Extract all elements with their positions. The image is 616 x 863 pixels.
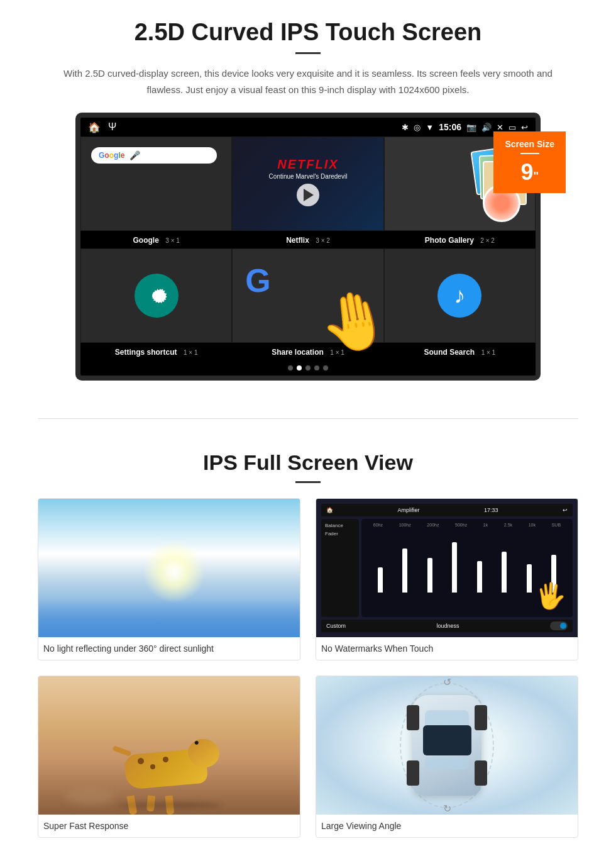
play-arrow-icon	[304, 189, 314, 201]
sun-glow	[143, 540, 206, 603]
bluetooth-icon: ✱	[402, 123, 409, 132]
app-grid-row1: Google 🎤 NETFLIX Continue Marvel's Dared…	[80, 136, 536, 231]
share-location-cell[interactable]: G 🤚	[232, 248, 383, 343]
settings-app-cell[interactable]	[80, 248, 232, 343]
sunlight-image	[38, 499, 300, 637]
eq-title: Amplifier	[397, 507, 419, 513]
eq-back: ↩	[563, 507, 568, 513]
status-left-icons: 🏠 Ψ	[88, 121, 116, 133]
status-time: 15:06	[439, 122, 461, 132]
usb-icon: Ψ	[108, 121, 116, 133]
eq-statusbar: 🏠 Amplifier 17:33 ↩	[321, 504, 573, 516]
section2-title: IPS Full Screen View	[38, 450, 578, 475]
app-grid-row2: G 🤚 ♪	[80, 248, 536, 343]
status-bar: 🏠 Ψ ✱ ◎ ▼ 15:06 📷 🔊 ✕ ▭ ↩	[80, 118, 536, 136]
sunlight-caption: No light reflecting under 360° direct su…	[38, 637, 300, 660]
sound-app-name: Sound Search	[424, 348, 475, 357]
freq-500: 500hz	[455, 523, 467, 527]
spot-1	[138, 758, 144, 764]
eq-sidebar: Balance Fader	[321, 519, 359, 617]
device-screen: 🏠 Ψ ✱ ◎ ▼ 15:06 📷 🔊 ✕ ▭ ↩	[75, 113, 541, 381]
home-icon[interactable]: 🏠	[88, 121, 101, 133]
section2-title-underline	[295, 481, 321, 483]
badge-size-number: 9"	[505, 159, 554, 186]
pagination-dots	[80, 360, 536, 376]
volume-icon[interactable]: 🔊	[481, 123, 492, 132]
wheel-fr	[475, 705, 487, 730]
eq-bar-3[interactable]	[427, 558, 432, 593]
freq-200: 200hz	[427, 523, 439, 527]
eq-freq-labels: 60hz 100hz 200hz 500hz 1k 2.5k 10k SUB	[365, 523, 569, 527]
eq-bar-6[interactable]	[502, 552, 507, 593]
dot-4[interactable]	[314, 365, 319, 370]
settings-icon-container	[135, 274, 179, 318]
photo-app-size: 2 × 2	[480, 237, 495, 244]
dot-3[interactable]	[305, 365, 311, 370]
freq-60: 60hz	[373, 523, 383, 527]
dot-2-active[interactable]	[297, 365, 302, 370]
eq-bar-2[interactable]	[402, 548, 407, 593]
netflix-app-cell[interactable]: NETFLIX Continue Marvel's Daredevil	[232, 136, 383, 231]
google-app-cell[interactable]: Google 🎤	[80, 136, 232, 231]
eq-bar-5[interactable]	[477, 561, 482, 593]
eq-time: 17:33	[484, 507, 498, 513]
dot-5[interactable]	[323, 365, 328, 370]
equalizer-caption: No Watermarks When Touch	[316, 637, 578, 660]
wheel-rl	[407, 760, 419, 786]
freq-sub: SUB	[552, 523, 561, 527]
eq-main: 60hz 100hz 200hz 500hz 1k 2.5k 10k SUB	[361, 519, 573, 617]
google-search-bar[interactable]: Google 🎤	[91, 147, 217, 164]
google-label-cell: Google 3 × 1	[80, 231, 232, 248]
settings-app-name: Settings shortcut	[115, 348, 177, 357]
eq-bar-7[interactable]	[527, 564, 532, 593]
car-caption: Large Viewing Angle	[316, 815, 578, 837]
google-logo: Google	[99, 151, 124, 160]
eq-toggle[interactable]	[550, 621, 568, 630]
arrow-bottom: ↻	[443, 803, 451, 815]
google-app-name: Google	[133, 236, 159, 245]
settings-app-size: 1 × 1	[184, 349, 198, 356]
car-card: ↺ ↻	[316, 676, 578, 838]
play-button[interactable]	[297, 184, 319, 206]
hand-pointer: 🤚	[314, 283, 395, 360]
eq-bar-4[interactable]	[452, 542, 457, 593]
back-icon[interactable]: ↩	[521, 123, 528, 132]
section-divider	[38, 418, 578, 419]
window-icon[interactable]: ▭	[509, 123, 516, 132]
eq-home-icon: 🏠	[326, 507, 333, 513]
car-top-view	[412, 695, 481, 796]
freq-1k: 1k	[483, 523, 488, 527]
sound-icon-container: ♪	[437, 274, 481, 318]
dot-1[interactable]	[288, 365, 293, 370]
wheel-rr	[475, 760, 487, 786]
eq-hand-icon: 🖐	[535, 581, 566, 611]
share-app-name: Share location	[272, 348, 324, 357]
cheetah-image	[38, 676, 300, 815]
title-underline	[295, 52, 321, 54]
sound-search-cell[interactable]: ♪	[384, 248, 536, 343]
settings-label-cell: Settings shortcut 1 × 1	[80, 343, 232, 360]
badge-inch: "	[533, 170, 539, 182]
cheetah-card: Super Fast Response	[38, 676, 300, 838]
spot-3	[163, 757, 168, 762]
location-icon: ◎	[414, 123, 421, 132]
music-note-icon: ♪	[454, 282, 465, 309]
badge-underline	[520, 153, 539, 154]
freq-2k5: 2.5k	[504, 523, 512, 527]
netflix-app-name: Netflix	[286, 236, 309, 245]
freq-10k: 10k	[529, 523, 536, 527]
car-roof	[423, 725, 471, 755]
sound-label-cell: Sound Search 1 × 1	[384, 343, 536, 360]
mic-icon[interactable]: 🎤	[129, 150, 140, 160]
eq-bar-1[interactable]	[378, 567, 383, 593]
cheetah-caption: Super Fast Response	[38, 815, 300, 837]
labels-row1: Google 3 × 1 Netflix 3 × 2 Photo Gallery…	[80, 231, 536, 248]
netflix-label-cell: Netflix 3 × 2	[232, 231, 383, 248]
arrow-top: ↺	[443, 676, 451, 688]
photo-label-cell: Photo Gallery 2 × 2	[384, 231, 536, 248]
status-right-icons: ✱ ◎ ▼ 15:06 📷 🔊 ✕ ▭ ↩	[402, 122, 528, 132]
camera-icon[interactable]: 📷	[466, 123, 476, 132]
eq-custom-label: Custom	[326, 623, 346, 629]
gear-icon	[144, 283, 169, 308]
close-icon[interactable]: ✕	[497, 123, 503, 132]
